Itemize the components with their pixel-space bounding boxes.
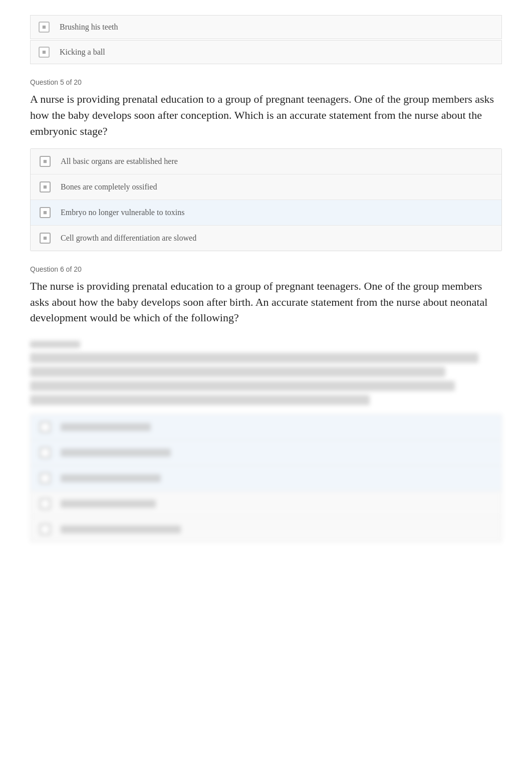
blurred-question-text (30, 353, 502, 405)
blurred-checkbox-1 (40, 422, 51, 433)
blurred-option-3 (31, 466, 501, 491)
blurred-counter (30, 341, 80, 348)
blurred-checkbox-4 (40, 498, 51, 509)
answer-text-kicking: Kicking a ball (60, 48, 105, 57)
page-container: ■ Brushing his teeth ■ Kicking a ball Qu… (0, 0, 532, 552)
blurred-option-text-4 (61, 500, 156, 508)
option-label-1: All basic organs are established here (61, 157, 178, 166)
question5-text: A nurse is providing prenatal education … (30, 91, 502, 139)
question5-counter: Question 5 of 20 (30, 78, 502, 86)
option-label-2: Bones are completely ossified (61, 182, 157, 191)
blurred-line-4 (30, 395, 370, 405)
blurred-option-text-5 (61, 525, 181, 533)
option-row-1[interactable]: ■ All basic organs are established here (31, 149, 501, 174)
blurred-line-3 (30, 381, 455, 391)
option-checkbox-1[interactable]: ■ (40, 156, 51, 167)
option-checkbox-3[interactable]: ■ (40, 207, 51, 218)
checkbox-brushing[interactable]: ■ (39, 22, 50, 33)
blurred-section (30, 341, 502, 542)
option-label-4: Cell growth and differentiation are slow… (61, 234, 196, 243)
question6-text: The nurse is providing prenatal educatio… (30, 278, 502, 326)
option-row-3[interactable]: ■ Embryo no longer vulnerable to toxins (31, 200, 501, 226)
option-row-2[interactable]: ■ Bones are completely ossified (31, 174, 501, 200)
blurred-checkbox-3 (40, 473, 51, 484)
blurred-option-text-1 (61, 423, 151, 431)
blurred-option-text-2 (61, 449, 171, 457)
option-label-3: Embryo no longer vulnerable to toxins (61, 208, 185, 217)
answer-row-kicking[interactable]: ■ Kicking a ball (30, 40, 502, 64)
blurred-checkbox-2 (40, 447, 51, 458)
blurred-line-1 (30, 353, 478, 363)
blurred-option-1 (31, 415, 501, 440)
blurred-option-text-3 (61, 474, 161, 482)
answer-text-brushing: Brushing his teeth (60, 23, 118, 32)
question5-options: ■ All basic organs are established here … (30, 148, 502, 251)
top-answers: ■ Brushing his teeth ■ Kicking a ball (30, 15, 502, 64)
option-checkbox-2[interactable]: ■ (40, 181, 51, 192)
blurred-option-2 (31, 440, 501, 466)
blurred-checkbox-5 (40, 524, 51, 535)
question6-block: Question 6 of 20 The nurse is providing … (30, 265, 502, 326)
option-checkbox-4[interactable]: ■ (40, 233, 51, 244)
option-row-4[interactable]: ■ Cell growth and differentiation are sl… (31, 226, 501, 251)
checkbox-kicking[interactable]: ■ (39, 47, 50, 58)
blurred-option-4 (31, 491, 501, 517)
blurred-options (30, 414, 502, 542)
blurred-line-2 (30, 367, 445, 377)
question6-counter: Question 6 of 20 (30, 265, 502, 273)
question5-block: Question 5 of 20 A nurse is providing pr… (30, 78, 502, 251)
blurred-option-5 (31, 517, 501, 542)
answer-row-brushing[interactable]: ■ Brushing his teeth (30, 15, 502, 39)
